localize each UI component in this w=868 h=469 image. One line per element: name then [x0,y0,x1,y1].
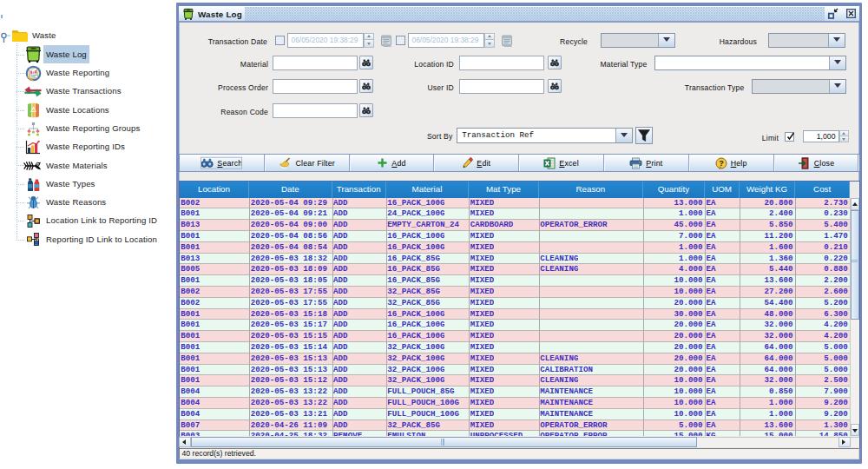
svg-text:?: ? [719,159,724,168]
